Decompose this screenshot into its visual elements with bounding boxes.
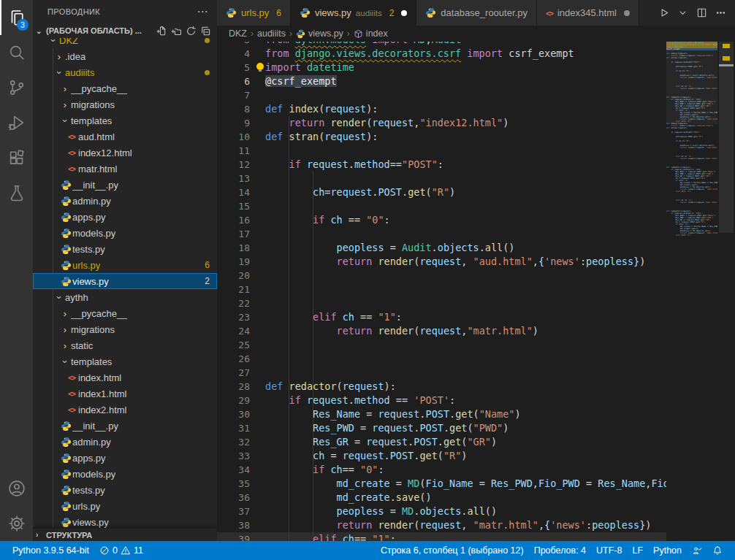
line-text: Res_GR = request.POST.get("GR")	[250, 435, 497, 449]
run-icon[interactable]	[655, 4, 672, 22]
tree-item-admin.py[interactable]: admin.py	[33, 434, 217, 450]
code-line-21: 21	[217, 283, 666, 296]
line-number: 35	[217, 477, 250, 491]
new-folder-icon[interactable]	[169, 24, 183, 37]
activity-bar-item-source-control[interactable]	[0, 70, 33, 105]
status-notifications[interactable]	[707, 545, 728, 556]
status-cursor-position[interactable]: Строка 6, столбец 1 (выбрано 12)	[376, 545, 529, 556]
line-text	[250, 172, 265, 185]
code-line-13: 13	[217, 172, 666, 185]
chevron-right-icon: ›	[59, 308, 71, 319]
code-line-23: 23 elif ch == "1":	[217, 310, 666, 324]
tree-item-models.py[interactable]: models.py	[33, 466, 217, 482]
tree-item-matr.html[interactable]: <>matr.html	[33, 161, 217, 177]
tree-item-templates[interactable]: ›templates	[33, 353, 217, 369]
minimap[interactable]: from aythh.models import MD,Auditfrom dj…	[666, 42, 717, 541]
status-language-mode[interactable]: Python	[648, 545, 687, 556]
outline-section-header[interactable]: › СТРУКТУРА	[33, 528, 217, 541]
line-number: 17	[217, 227, 250, 241]
breadcrumb-item-views.py[interactable]: views.py	[296, 28, 343, 39]
tree-item-__pycache__[interactable]: ›__pycache__	[33, 80, 217, 96]
tree-item-__pycache__[interactable]: ›__pycache__	[33, 305, 217, 321]
tab-database_roouter.py[interactable]: database_roouter.py	[416, 0, 537, 26]
activity-bar-item-run-debug[interactable]	[0, 105, 33, 140]
tree-item-tests.py[interactable]: tests.py	[33, 482, 217, 498]
tab-views.py[interactable]: views.pyaudiiits2	[291, 0, 416, 26]
tree-item-migrations[interactable]: ›migrations	[33, 321, 217, 337]
tree-item-admin.py[interactable]: admin.py	[33, 193, 217, 209]
line-text: return render(request, "aud.html",{'news…	[250, 255, 645, 269]
lightbulb-icon[interactable]	[256, 63, 264, 72]
tree-item-__init__.py[interactable]: __init__.py	[33, 418, 217, 434]
breadcrumb-label: DKZ	[229, 28, 247, 39]
status-feedback[interactable]	[687, 545, 707, 556]
tree-item-index12.html[interactable]: <>index12.html	[33, 145, 217, 161]
line-text: return render(request,"matr.html")	[250, 324, 538, 338]
workspace-section-header[interactable]: ⌄ (РАБОЧАЯ ОБЛАСТЬ) ...	[33, 23, 217, 38]
tree-item-apps.py[interactable]: apps.py	[33, 209, 217, 225]
scrollbar-thumb[interactable]	[719, 42, 734, 233]
more-actions-icon[interactable]: ⋯	[197, 5, 208, 18]
tree-item-__init__.py[interactable]: __init__.py	[33, 177, 217, 193]
tree-item-audiiits[interactable]: ›audiiits	[33, 64, 217, 80]
line-text	[250, 88, 265, 102]
dirty-indicator[interactable]	[401, 10, 407, 16]
tree-item-index.html[interactable]: <>index.html	[33, 369, 217, 386]
status-encoding[interactable]: UTF-8	[591, 545, 627, 556]
activity-bar-item-explorer[interactable]: 3	[0, 0, 33, 35]
code-line-24: 24 return render(request,"matr.html")	[217, 324, 666, 338]
line-number: 38	[217, 518, 250, 532]
tree-item-label: aythh	[65, 292, 88, 303]
modified-dot	[205, 70, 210, 75]
explorer-badge: 3	[17, 19, 28, 31]
code-line-14: 14 ch=request.POST.get("R")	[217, 185, 666, 199]
status-problems[interactable]: 011	[94, 545, 148, 556]
tree-item-urls.py[interactable]: urls.py6	[33, 257, 217, 273]
scrollbar-overview-ruler[interactable]	[717, 42, 735, 541]
tree-item-tests.py[interactable]: tests.py	[33, 241, 217, 257]
tree-item-label: aud.html	[78, 131, 115, 142]
breadcrumb-item-index[interactable]: index	[354, 28, 388, 39]
breadcrumb-item-DKZ[interactable]: DKZ	[229, 28, 247, 39]
tab-index345.html[interactable]: <>index345.html	[537, 0, 639, 26]
more-icon[interactable]	[712, 4, 729, 22]
breadcrumb-item-audiiits[interactable]: audiiits	[257, 28, 286, 39]
tree-item-apps.py[interactable]: apps.py	[33, 450, 217, 466]
chevron-right-icon: ›	[59, 324, 71, 335]
code-line-8: 8def index(request):	[217, 102, 666, 116]
tree-item-aythh[interactable]: ›aythh	[33, 289, 217, 305]
tree-item-models.py[interactable]: models.py	[33, 225, 217, 241]
activity-bar-item-search[interactable]	[0, 35, 33, 70]
activity-bar-item-testing[interactable]	[0, 175, 33, 210]
activity-bar-item-extensions[interactable]	[0, 140, 33, 175]
line-number: 33	[217, 449, 250, 463]
split-editor-icon[interactable]	[693, 4, 710, 22]
new-file-icon[interactable]	[154, 24, 169, 37]
tree-item-DKZ[interactable]: ›DKZ	[33, 38, 217, 48]
status-indentation[interactable]: Пробелов: 4	[529, 545, 591, 556]
tree-item-index1.html[interactable]: <>index1.html	[33, 386, 217, 402]
tree-item-index2.html[interactable]: <>index2.html	[33, 402, 217, 418]
chevron-down-icon[interactable]	[674, 4, 691, 22]
code-area[interactable]: 3from aythh.models import MD,Audit4from …	[217, 42, 666, 541]
refresh-icon[interactable]	[183, 24, 198, 37]
tree-item-views.py[interactable]: views.py	[33, 514, 217, 528]
dirty-indicator[interactable]	[624, 10, 630, 16]
line-number: 29	[217, 394, 250, 407]
python-icon	[59, 276, 72, 287]
collapse-all-icon[interactable]	[198, 24, 213, 37]
tree-item-urls.py[interactable]: urls.py	[33, 498, 217, 514]
tree-item-.idea[interactable]: ›.idea	[33, 48, 217, 64]
status-python-version[interactable]: Python 3.9.5 64-bit	[7, 545, 94, 556]
tree-item-aud.html[interactable]: <>aud.html	[33, 129, 217, 145]
tree-item-views.py[interactable]: views.py2	[33, 273, 217, 289]
activity-bar-item-settings[interactable]	[0, 506, 33, 541]
tree-item-migrations[interactable]: ›migrations	[33, 96, 217, 112]
tree-item-templates[interactable]: ›templates	[33, 112, 217, 129]
status-eol[interactable]: LF	[627, 545, 648, 556]
activity-bar-item-account[interactable]	[0, 471, 33, 506]
code-line-39: 39 elif ch== "1":	[217, 532, 666, 541]
line-number: 36	[217, 491, 250, 505]
tab-urls.py[interactable]: urls.py6	[217, 0, 291, 26]
tree-item-static[interactable]: ›static	[33, 337, 217, 353]
